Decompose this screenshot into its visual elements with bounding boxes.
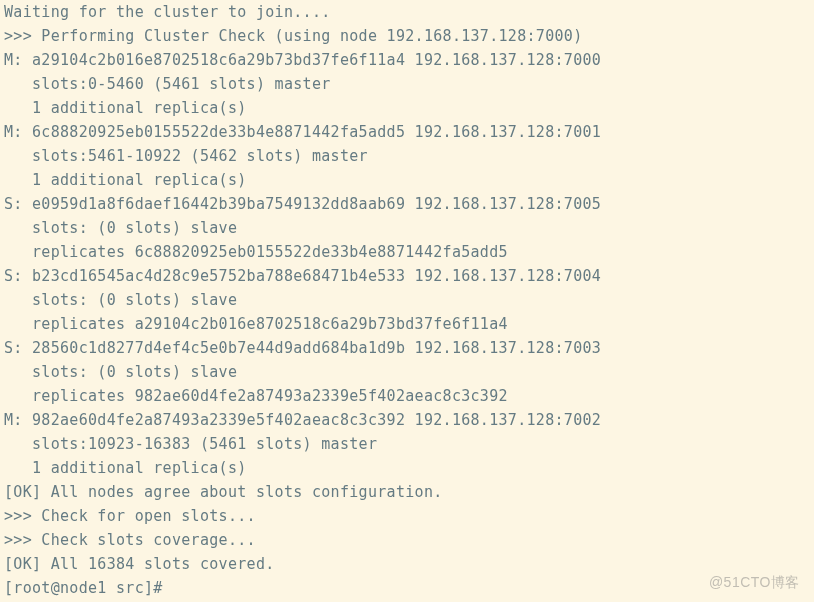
- terminal-line: slots:10923-16383 (5461 slots) master: [4, 435, 377, 453]
- terminal-line: 1 additional replica(s): [4, 99, 247, 117]
- terminal-line: >>> Check slots coverage...: [4, 531, 256, 549]
- terminal-line: replicates 982ae60d4fe2a87493a2339e5f402…: [4, 387, 508, 405]
- terminal-line: slots:5461-10922 (5462 slots) master: [4, 147, 368, 165]
- terminal-line: M: 982ae60d4fe2a87493a2339e5f402aeac8c3c…: [4, 411, 601, 429]
- terminal-line: S: b23cd16545ac4d28c9e5752ba788e68471b4e…: [4, 267, 601, 285]
- terminal-line: slots: (0 slots) slave: [4, 291, 237, 309]
- terminal-line: 1 additional replica(s): [4, 459, 247, 477]
- terminal-line: >>> Check for open slots...: [4, 507, 256, 525]
- terminal-line: replicates 6c88820925eb0155522de33b4e887…: [4, 243, 508, 261]
- terminal-line: slots: (0 slots) slave: [4, 219, 237, 237]
- terminal-line: M: a29104c2b016e8702518c6a29b73bd37fe6f1…: [4, 51, 601, 69]
- terminal-line: S: 28560c1d8277d4ef4c5e0b7e44d9add684ba1…: [4, 339, 601, 357]
- terminal-line: S: e0959d1a8f6daef16442b39ba7549132dd8aa…: [4, 195, 601, 213]
- terminal-output[interactable]: Waiting for the cluster to join.... >>> …: [0, 0, 814, 600]
- terminal-line: 1 additional replica(s): [4, 171, 247, 189]
- terminal-line: [OK] All 16384 slots covered.: [4, 555, 275, 573]
- terminal-line: [root@node1 src]#: [4, 579, 172, 597]
- terminal-line: slots: (0 slots) slave: [4, 363, 237, 381]
- terminal-line: replicates a29104c2b016e8702518c6a29b73b…: [4, 315, 508, 333]
- terminal-line: >>> Performing Cluster Check (using node…: [4, 27, 583, 45]
- terminal-line: Waiting for the cluster to join....: [4, 3, 331, 21]
- terminal-line: slots:0-5460 (5461 slots) master: [4, 75, 331, 93]
- terminal-line: [OK] All nodes agree about slots configu…: [4, 483, 443, 501]
- terminal-line: M: 6c88820925eb0155522de33b4e8871442fa5a…: [4, 123, 601, 141]
